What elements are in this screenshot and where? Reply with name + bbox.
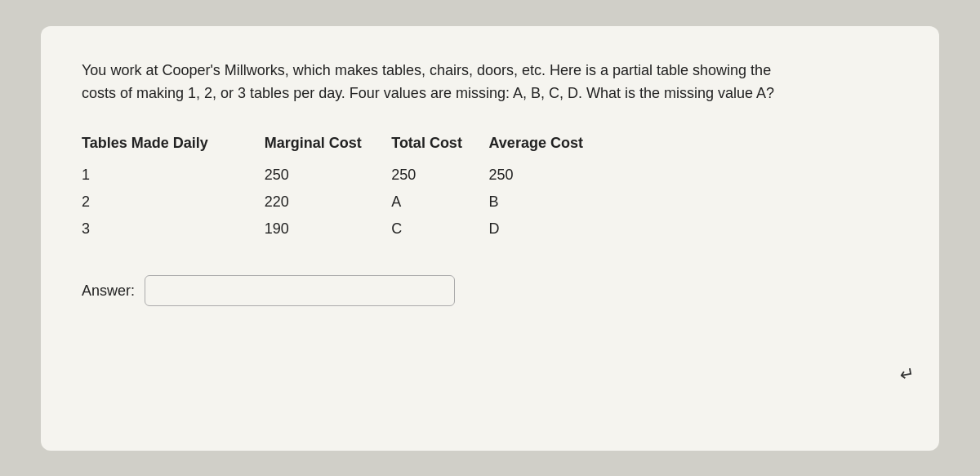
row2-average: B — [489, 189, 612, 216]
table-container: Tables Made Daily Marginal Cost Total Co… — [82, 131, 898, 242]
row1-marginal: 250 — [265, 162, 392, 189]
cursor-icon: ↵ — [898, 363, 916, 386]
row2-marginal: 220 — [265, 189, 392, 216]
col-header-total: Total Cost — [391, 131, 488, 162]
question-text: You work at Cooper's Millworks, which ma… — [82, 59, 784, 106]
main-card: You work at Cooper's Millworks, which ma… — [41, 26, 939, 451]
row1-total: 250 — [391, 162, 488, 189]
cost-table: Tables Made Daily Marginal Cost Total Co… — [82, 131, 612, 242]
row3-marginal: 190 — [265, 216, 392, 242]
table-row: 3 190 C D — [82, 216, 612, 242]
row1-tables: 1 — [82, 162, 265, 189]
row3-tables: 3 — [82, 216, 265, 242]
row1-average: 250 — [489, 162, 612, 189]
answer-label: Answer: — [82, 282, 135, 300]
answer-input[interactable] — [145, 275, 455, 306]
col-header-tables: Tables Made Daily — [82, 131, 265, 162]
table-row: 1 250 250 250 — [82, 162, 612, 189]
col-header-marginal: Marginal Cost — [265, 131, 392, 162]
row2-tables: 2 — [82, 189, 265, 216]
col-header-average: Average Cost — [489, 131, 612, 162]
row2-total: A — [391, 189, 488, 216]
answer-row: Answer: — [82, 275, 898, 306]
row3-total: C — [391, 216, 488, 242]
table-row: 2 220 A B — [82, 189, 612, 216]
row3-average: D — [489, 216, 612, 242]
